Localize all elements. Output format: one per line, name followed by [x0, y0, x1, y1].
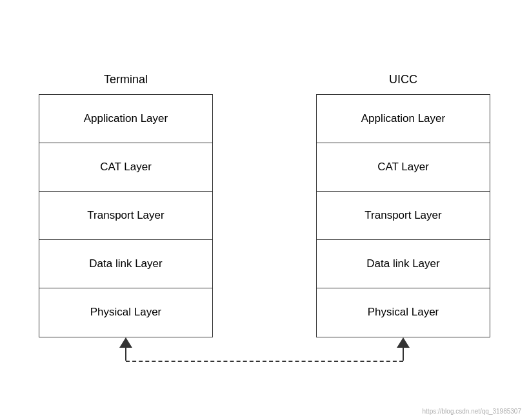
uicc-title: UICC	[389, 73, 417, 86]
terminal-box: Application Layer CAT Layer Transport La…	[39, 94, 213, 337]
uicc-transport-layer: Transport Layer	[317, 192, 490, 240]
terminal-arrow-stem	[125, 348, 126, 361]
terminal-title: Terminal	[104, 73, 148, 86]
terminal-transport-layer: Transport Layer	[39, 192, 212, 240]
diagram-container: Terminal Application Layer CAT Layer Tra…	[39, 73, 490, 337]
uicc-datalink-layer: Data link Layer	[317, 240, 490, 288]
uicc-arrow	[316, 337, 490, 361]
uicc-box: Application Layer CAT Layer Transport La…	[316, 94, 490, 337]
terminal-arrow	[39, 337, 213, 361]
dashed-line	[126, 361, 403, 362]
dashed-line-container	[39, 361, 490, 362]
terminal-cat-layer: CAT Layer	[39, 143, 212, 192]
terminal-physical-layer: Physical Layer	[39, 288, 212, 337]
uicc-physical-layer: Physical Layer	[317, 288, 490, 337]
watermark: https://blog.csdn.net/qq_31985307	[423, 408, 521, 415]
terminal-arrow-head	[119, 337, 132, 348]
uicc-arrow-stem	[403, 348, 404, 361]
terminal-datalink-layer: Data link Layer	[39, 240, 212, 288]
terminal-application-layer: Application Layer	[39, 95, 212, 143]
uicc-cat-layer: CAT Layer	[317, 143, 490, 192]
uicc-arrow-head	[397, 337, 410, 348]
uicc-application-layer: Application Layer	[317, 95, 490, 143]
terminal-stack: Terminal Application Layer CAT Layer Tra…	[39, 73, 213, 337]
uicc-stack: UICC Application Layer CAT Layer Transpo…	[316, 73, 490, 337]
arrow-row	[39, 337, 490, 361]
